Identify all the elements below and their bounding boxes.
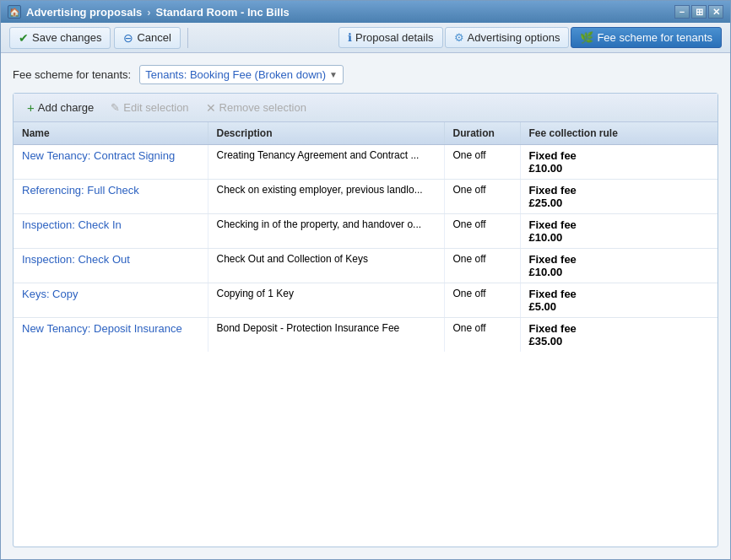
row-name-link[interactable]: Keys: Copy (22, 288, 78, 300)
edit-selection-button[interactable]: ✎ Edit selection (104, 99, 195, 116)
charges-table-container: + Add charge ✎ Edit selection ✕ Remove s… (13, 93, 718, 547)
cancel-button[interactable]: ⊖ Cancel (114, 27, 180, 49)
row-name-link[interactable]: Referencing: Full Check (22, 184, 139, 197)
table-row[interactable]: New Tenancy: Deposit Insurance Bond Depo… (14, 318, 717, 353)
table-scroll[interactable]: Name Description Duration Fee collection… (14, 122, 717, 547)
cancel-label: Cancel (137, 31, 171, 44)
table-row[interactable]: Inspection: Check In Checking in of the … (14, 214, 717, 249)
cell-duration: One off (444, 283, 520, 318)
fee-scheme-tab[interactable]: 🌿 Fee scheme for tenants (571, 27, 722, 48)
maximize-button[interactable]: ⊞ (691, 5, 707, 19)
cell-description: Bond Deposit - Protection Insurance Fee (208, 318, 444, 353)
save-label: Save changes (32, 31, 101, 44)
fee-scheme-label: Fee scheme for tenants: (13, 68, 131, 81)
tab-buttons: ℹ Proposal details ⚙ Advertising options… (338, 27, 722, 48)
gear-icon: ⚙ (454, 31, 464, 44)
cell-name: New Tenancy: Contract Signing (14, 145, 208, 180)
fee-scheme-row: Fee scheme for tenants: Tenants: Booking… (13, 65, 718, 84)
cell-name: Inspection: Check In (14, 214, 208, 249)
cell-description: Copying of 1 Key (208, 283, 444, 318)
table-row[interactable]: Inspection: Check Out Check Out and Coll… (14, 249, 717, 283)
cell-duration: One off (444, 249, 520, 283)
dropdown-arrow-icon: ▼ (329, 70, 338, 79)
col-header-description: Description (208, 122, 444, 145)
window-controls: − ⊞ ✕ (674, 5, 723, 19)
close-button[interactable]: ✕ (708, 5, 723, 19)
cell-description: Check Out and Collection of Keys (208, 249, 444, 283)
fee-scheme-selected: Tenants: Booking Fee (Broken down) (145, 68, 326, 81)
remove-icon: ✕ (206, 101, 216, 115)
col-header-name: Name (14, 122, 208, 145)
cell-name: Keys: Copy (14, 283, 208, 318)
fee-scheme-dropdown[interactable]: Tenants: Booking Fee (Broken down) ▼ (139, 65, 344, 84)
checkmark-icon: ✔ (19, 31, 29, 45)
row-name-link[interactable]: Inspection: Check Out (22, 253, 130, 266)
info-icon: ℹ (348, 31, 352, 44)
col-header-fee: Fee collection rule (520, 122, 717, 145)
fee-scheme-tab-label: Fee scheme for tenants (597, 31, 712, 44)
pencil-icon: ✎ (111, 101, 120, 114)
row-name-link[interactable]: New Tenancy: Contract Signing (22, 149, 175, 162)
breadcrumb-end: Standard Room - Inc Bills (156, 6, 290, 19)
proposal-details-tab[interactable]: ℹ Proposal details (338, 27, 443, 48)
cancel-icon: ⊖ (123, 31, 133, 45)
row-name-link[interactable]: New Tenancy: Deposit Insurance (22, 322, 182, 335)
charges-table: Name Description Duration Fee collection… (14, 122, 717, 352)
cell-duration: One off (444, 145, 520, 180)
cell-duration: One off (444, 214, 520, 249)
cell-name: Inspection: Check Out (14, 249, 208, 283)
main-window: 🏠 Advertising proposals › Standard Room … (0, 0, 731, 560)
cell-name: New Tenancy: Deposit Insurance (14, 318, 208, 353)
proposal-details-label: Proposal details (355, 31, 434, 44)
cell-fee: Fixed fee£35.00 (520, 318, 717, 353)
table-row[interactable]: New Tenancy: Contract Signing Creating T… (14, 145, 717, 180)
cell-fee: Fixed fee£10.00 (520, 249, 717, 283)
col-header-duration: Duration (444, 122, 520, 145)
minimize-button[interactable]: − (674, 5, 690, 19)
toolbar-divider (187, 28, 188, 48)
title-bar: 🏠 Advertising proposals › Standard Room … (1, 1, 730, 23)
plus-icon: + (27, 100, 35, 115)
main-toolbar: ✔ Save changes ⊖ Cancel ℹ Proposal detai… (1, 23, 730, 53)
cell-description: Creating Tenancy Agreement and Contract … (208, 145, 444, 180)
breadcrumb-sep: › (147, 6, 150, 19)
advertising-options-tab[interactable]: ⚙ Advertising options (445, 27, 570, 48)
add-charge-label: Add charge (38, 101, 95, 114)
remove-selection-button[interactable]: ✕ Remove selection (199, 99, 313, 117)
breadcrumb-start: Advertising proposals (26, 6, 142, 19)
fee-icon: 🌿 (580, 31, 593, 44)
cell-description: Check on existing employer, previous lan… (208, 180, 444, 214)
add-charge-button[interactable]: + Add charge (20, 98, 100, 117)
cell-fee: Fixed fee£10.00 (520, 214, 717, 249)
cell-description: Checking in of the property, and handove… (208, 214, 444, 249)
content-area: Fee scheme for tenants: Tenants: Booking… (1, 53, 730, 559)
cell-duration: One off (444, 180, 520, 214)
edit-selection-label: Edit selection (123, 101, 188, 114)
table-toolbar: + Add charge ✎ Edit selection ✕ Remove s… (14, 94, 717, 122)
cell-duration: One off (444, 318, 520, 353)
cell-fee: Fixed fee£25.00 (520, 180, 717, 214)
app-icon: 🏠 (8, 5, 21, 19)
cell-name: Referencing: Full Check (14, 180, 208, 214)
cell-fee: Fixed fee£5.00 (520, 283, 717, 318)
cell-fee: Fixed fee£10.00 (520, 145, 717, 180)
table-row[interactable]: Keys: Copy Copying of 1 Key One off Fixe… (14, 283, 717, 318)
save-changes-button[interactable]: ✔ Save changes (9, 27, 111, 49)
row-name-link[interactable]: Inspection: Check In (22, 218, 122, 231)
remove-selection-label: Remove selection (219, 101, 306, 114)
advertising-options-label: Advertising options (468, 31, 560, 44)
table-row[interactable]: Referencing: Full Check Check on existin… (14, 180, 717, 214)
